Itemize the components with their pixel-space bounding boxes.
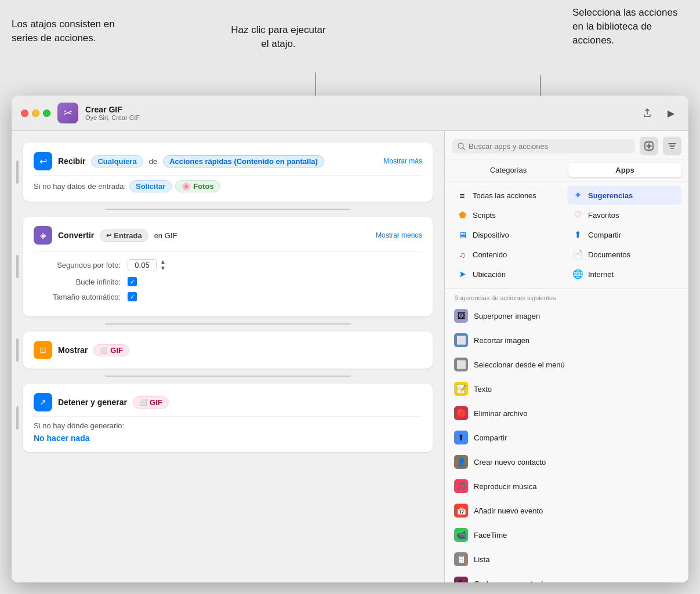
close-button[interactable] bbox=[21, 110, 28, 117]
cat-scripts-label: Scripts bbox=[473, 211, 496, 220]
suggestion-recortar[interactable]: ⬜ Recortar imagen bbox=[445, 328, 688, 352]
action-convertir-header: ◈ Convertir ↩ Entrada en GIF Mostrar men… bbox=[34, 226, 422, 245]
contacto-icon: 👤 bbox=[454, 455, 468, 469]
action-convertir: ◈ Convertir ↩ Entrada en GIF Mostrar men… bbox=[23, 217, 433, 316]
titlebar: ✂ Crear GIF Oye Siri, Crear GIF ▶ bbox=[12, 96, 688, 131]
musica-label: Reproducir música bbox=[474, 482, 536, 491]
scripts-icon: ⬟ bbox=[456, 210, 468, 220]
chip-gif-detener[interactable]: ⬜ GIF bbox=[133, 396, 169, 409]
segundos-value: 0,05 bbox=[128, 259, 157, 271]
action-recibir-label: Recibir bbox=[58, 156, 85, 166]
of-text: de bbox=[149, 157, 157, 166]
action-recibir-sub: Si no hay datos de entrada: Solicitar 🌸 … bbox=[34, 175, 422, 192]
suggestion-texto[interactable]: 📝 Texto bbox=[445, 377, 688, 401]
cat-internet[interactable]: 🌐 Internet bbox=[567, 265, 681, 283]
si-no-entrada-label: Si no hay datos de entrada: bbox=[34, 182, 126, 191]
tab-apps[interactable]: Apps bbox=[568, 163, 681, 177]
callout-center: Haz clic para ejecutar el atajo. bbox=[226, 23, 331, 51]
segundos-stepper[interactable]: 0,05 ▲ ▼ bbox=[128, 259, 167, 271]
cat-documentos[interactable]: 📄 Documentos bbox=[567, 245, 681, 264]
cat-todas[interactable]: ≡ Todas las acciones bbox=[452, 186, 566, 205]
action-recibir: ↩ Recibir Cualquiera de Acciones rápidas… bbox=[23, 143, 433, 202]
nota-voz-icon: 🎙 bbox=[454, 577, 468, 582]
cat-scripts[interactable]: ⬟ Scripts bbox=[452, 206, 566, 224]
bucle-label: Bucle infinito: bbox=[34, 278, 121, 286]
tamano-checkbox[interactable]: ✓ bbox=[128, 292, 137, 301]
sugerencias-icon: ✦ bbox=[572, 190, 583, 201]
add-action-button[interactable] bbox=[640, 137, 658, 155]
seleccionar-menu-label: Seleccionar desde el menú bbox=[474, 360, 565, 369]
chip-acciones-rapidas[interactable]: Acciones rápidas (Contenido en pantalla) bbox=[163, 155, 324, 167]
segundos-row: Segundos por foto: 0,05 ▲ ▼ bbox=[34, 259, 422, 271]
divider-3 bbox=[23, 374, 433, 378]
suggestions-header: Sugerencias de acciones siguientes bbox=[445, 289, 688, 304]
chip-entrada[interactable]: ↩ Entrada bbox=[100, 229, 148, 242]
suggestion-nota-voz[interactable]: 🎙 Grabar nueva nota de voz bbox=[445, 571, 688, 582]
eliminar-icon: 🔴 bbox=[454, 406, 468, 420]
chip-fotos[interactable]: 🌸 Fotos bbox=[175, 180, 220, 192]
fotos-icon: 🌸 bbox=[182, 182, 191, 191]
share-button[interactable] bbox=[639, 104, 656, 122]
search-input[interactable] bbox=[469, 142, 629, 151]
en-gif-text: en GIF bbox=[154, 231, 177, 240]
segundos-label: Segundos por foto: bbox=[34, 261, 121, 269]
cat-sugerencias-label: Sugerencias bbox=[588, 191, 633, 200]
texto-label: Texto bbox=[474, 385, 492, 393]
action-detener-label: Detener y generar bbox=[58, 398, 127, 407]
cat-contenido[interactable]: ♫ Contenido bbox=[452, 245, 566, 264]
traffic-lights bbox=[21, 110, 50, 117]
stepper-down[interactable]: ▼ bbox=[159, 265, 167, 271]
cat-dispositivo-label: Dispositivo bbox=[473, 231, 509, 239]
cat-ubicacion[interactable]: ➤ Ubicación bbox=[452, 265, 566, 283]
minimize-button[interactable] bbox=[32, 110, 39, 117]
chip-solicitar[interactable]: Solicitar bbox=[129, 180, 172, 192]
suggestion-contacto[interactable]: 👤 Crear nuevo contacto bbox=[445, 450, 688, 474]
mostrar-mas-link[interactable]: Mostrar más bbox=[383, 157, 422, 165]
zoom-button[interactable] bbox=[43, 110, 50, 117]
filter-button[interactable] bbox=[663, 137, 681, 155]
cat-favoritos-label: Favoritos bbox=[588, 211, 619, 220]
action-detener: ↗ Detener y generar ⬜ GIF Si no hay dónd… bbox=[23, 384, 433, 452]
ubicacion-icon: ➤ bbox=[456, 269, 468, 279]
contacto-label: Crear nuevo contacto bbox=[474, 458, 546, 467]
cat-compartir[interactable]: ⬆ Compartir bbox=[567, 225, 681, 244]
evento-label: Añadir nuevo evento bbox=[474, 506, 543, 515]
window-subtitle: Oye Siri, Crear GIF bbox=[85, 114, 140, 121]
suggestion-seleccionar-menu[interactable]: ⬜ Seleccionar desde el menú bbox=[445, 352, 688, 377]
stepper-up[interactable]: ▲ bbox=[159, 259, 167, 265]
mostrar-menos-link[interactable]: Mostrar menos bbox=[376, 231, 422, 239]
divider-2 bbox=[23, 322, 433, 326]
superponer-icon: 🖼 bbox=[454, 309, 468, 323]
suggestion-musica[interactable]: 🎵 Reproducir música bbox=[445, 474, 688, 498]
contenido-icon: ♫ bbox=[456, 250, 468, 260]
no-hacer-nada-link[interactable]: No hacer nada bbox=[34, 433, 89, 443]
title-info: Crear GIF Oye Siri, Crear GIF bbox=[85, 105, 140, 121]
library-tabs: Categorías Apps bbox=[445, 159, 688, 181]
stepper-arrows[interactable]: ▲ ▼ bbox=[159, 259, 167, 271]
bucle-checkbox[interactable]: ✓ bbox=[128, 277, 137, 286]
action-detener-if: Si no hay dónde generarlo: No hacer nada bbox=[34, 416, 422, 443]
app-icon: ✂ bbox=[57, 103, 78, 123]
evento-icon: 📅 bbox=[454, 504, 468, 518]
suggestion-compartir2[interactable]: ⬆ Compartir bbox=[445, 425, 688, 450]
main-window: ✂ Crear GIF Oye Siri, Crear GIF ▶ ↩ Reci… bbox=[12, 96, 688, 582]
cat-dispositivo[interactable]: 🖥 Dispositivo bbox=[452, 225, 566, 244]
suggestion-eliminar[interactable]: 🔴 Eliminar archivo bbox=[445, 401, 688, 425]
suggestion-evento[interactable]: 📅 Añadir nuevo evento bbox=[445, 498, 688, 523]
cat-sugerencias[interactable]: ✦ Sugerencias bbox=[567, 186, 681, 205]
suggestion-lista[interactable]: 📋 Lista bbox=[445, 547, 688, 571]
suggestion-facetime[interactable]: 📹 FaceTime bbox=[445, 523, 688, 547]
library-panel: Categorías Apps ≡ Todas las acciones ✦ S… bbox=[445, 131, 688, 582]
bucle-row: Bucle infinito: ✓ bbox=[34, 277, 422, 286]
cat-compartir-label: Compartir bbox=[588, 231, 621, 239]
callout-left: Los atajos consisten en series de accion… bbox=[12, 17, 133, 45]
run-button[interactable]: ▶ bbox=[663, 105, 679, 121]
chip-gif-mostrar[interactable]: ⬜ GIF bbox=[93, 344, 129, 356]
chip-cualquiera[interactable]: Cualquiera bbox=[91, 155, 143, 167]
action-mostrar-header: ⊡ Mostrar ⬜ GIF bbox=[34, 341, 422, 359]
cat-favoritos[interactable]: ♡ Favoritos bbox=[567, 206, 681, 224]
cat-documentos-label: Documentos bbox=[588, 250, 630, 259]
action-convertir-label: Convertir bbox=[58, 231, 94, 240]
tab-categorias[interactable]: Categorías bbox=[452, 163, 565, 177]
suggestion-superponer[interactable]: 🖼 Superponer imagen bbox=[445, 304, 688, 328]
